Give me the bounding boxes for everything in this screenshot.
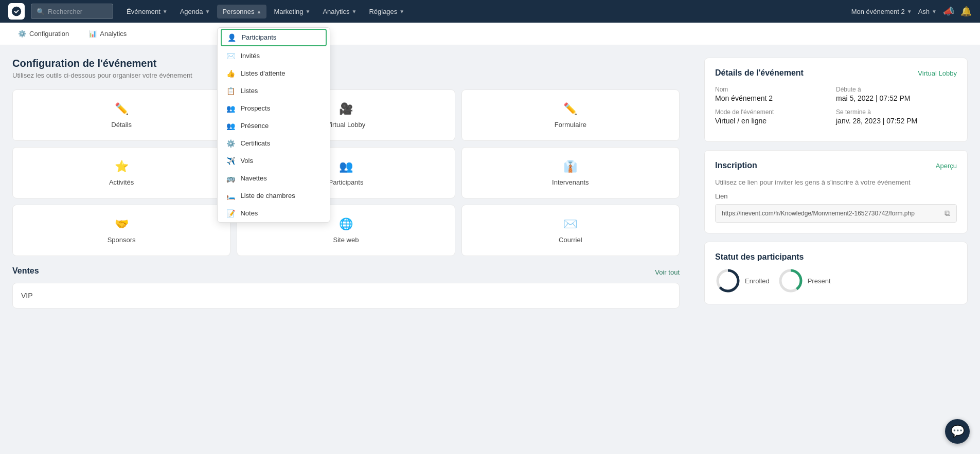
megaphone-icon[interactable]: 📣	[943, 6, 954, 17]
enrolled-chart	[715, 268, 741, 294]
config-title: Configuration de l'événement	[12, 58, 680, 69]
menu-item-liste-chambres[interactable]: 🛏️ Liste de chambres	[218, 187, 330, 205]
presence-icon: 👥	[226, 122, 235, 130]
statut-card: Statut des participants Enrolled Present	[704, 242, 968, 304]
vip-row[interactable]: VIP	[12, 283, 680, 308]
config-desc: Utilisez les outils ci-dessous pour orga…	[12, 71, 680, 79]
info-row-mode: Mode de l'événement Virtuel / en ligne S…	[715, 108, 957, 125]
menu-item-participants[interactable]: 👤 Participants	[221, 29, 327, 46]
left-panel: Configuration de l'événement Utilisez le…	[0, 45, 692, 454]
subnav-configuration[interactable]: ⚙️ Configuration	[10, 26, 77, 41]
nav-item-evenement[interactable]: Événement▼	[121, 5, 173, 19]
search-icon: 🔍	[37, 8, 45, 15]
info-col-mode: Mode de l'événement Virtuel / en ligne	[715, 108, 836, 125]
main-content: Configuration de l'événement Utilisez le…	[0, 45, 980, 454]
vols-icon: ✈️	[226, 157, 235, 165]
card-details[interactable]: ✏️ Détails	[12, 89, 230, 141]
participants-icon: 👤	[227, 33, 236, 42]
search-box[interactable]: 🔍 Rechercher	[31, 4, 113, 19]
menu-item-invites[interactable]: ✉️ Invités	[218, 47, 330, 65]
card-activites[interactable]: ⭐ Activités	[12, 147, 230, 198]
activites-icon: ⭐	[115, 160, 129, 173]
ventes-header: Ventes Voir tout	[12, 266, 680, 278]
virtual-lobby-link[interactable]: Virtual Lobby	[918, 69, 957, 77]
virtual-lobby-label: Virtual Lobby	[327, 121, 366, 129]
prospects-icon: 👥	[226, 104, 235, 113]
event-details-header: Détails de l'événement Virtual Lobby	[715, 68, 957, 78]
notification-icon[interactable]: 🔔	[960, 6, 972, 17]
listes-attente-icon: 👍	[226, 69, 235, 78]
menu-item-notes[interactable]: 📝 Notes	[218, 205, 330, 222]
inscription-card: Inscription Aperçu Utilisez ce lien pour…	[704, 150, 968, 233]
analytics-icon: 📊	[88, 30, 97, 38]
inscription-desc: Utilisez ce lien pour inviter les gens à…	[715, 178, 957, 186]
info-col-nom: Nom Mon événement 2	[715, 86, 836, 102]
menu-item-vols[interactable]: ✈️ Vols	[218, 152, 330, 170]
menu-item-certificats[interactable]: ⚙️ Certificats	[218, 135, 330, 152]
listes-icon: 📋	[226, 87, 235, 95]
statut-row: Enrolled Present	[715, 268, 957, 294]
inscription-title: Inscription	[715, 161, 757, 170]
notes-icon: 📝	[226, 209, 235, 217]
chat-bubble[interactable]: 💬	[945, 419, 970, 444]
nav-items: Événement▼ Agenda▼ Personnes▲ 👤 Particip…	[121, 5, 851, 19]
lien-url: https://inevent.com/fr/Knowledge/Monvnem…	[722, 210, 940, 217]
statut-present: Present	[778, 268, 831, 294]
menu-item-navettes[interactable]: 🚌 Navettes	[218, 170, 330, 187]
chat-icon: 💬	[951, 425, 965, 438]
virtual-lobby-icon: 🎥	[339, 102, 353, 116]
card-intervenants[interactable]: 👔 Intervenants	[461, 147, 680, 198]
card-formulaire[interactable]: ✏️ Formulaire	[461, 89, 680, 141]
menu-item-listes-attente[interactable]: 👍 Listes d'attente	[218, 65, 330, 82]
nav-item-marketing[interactable]: Marketing▼	[269, 5, 315, 19]
activites-label: Activités	[109, 178, 134, 186]
link-box: https://inevent.com/fr/Knowledge/Monvnem…	[715, 204, 957, 223]
fin-value: janv. 28, 2023 | 07:52 PM	[836, 117, 957, 125]
statut-title: Statut des participants	[715, 252, 957, 262]
liste-chambres-icon: 🛏️	[226, 192, 235, 200]
top-navigation: 🔍 Rechercher Événement▼ Agenda▼ Personne…	[0, 0, 980, 23]
debut-label: Débute à	[836, 86, 957, 93]
nav-item-agenda[interactable]: Agenda▼	[175, 5, 216, 19]
card-sponsors[interactable]: 🤝 Sponsors	[12, 205, 230, 256]
details-label: Détails	[111, 121, 132, 129]
info-row-nom: Nom Mon événement 2 Débute à mai 5, 2022…	[715, 86, 957, 102]
nav-item-analytics[interactable]: Analytics▼	[317, 5, 362, 19]
invites-icon: ✉️	[226, 52, 235, 60]
navettes-icon: 🚌	[226, 174, 235, 183]
apercu-link[interactable]: Aperçu	[936, 162, 957, 170]
sub-navigation: ⚙️ Configuration 📊 Analytics	[0, 23, 980, 45]
lien-label: Lien	[715, 192, 957, 200]
nav-item-reglages[interactable]: Réglages▼	[364, 5, 409, 19]
ventes-title: Ventes	[12, 266, 39, 276]
fin-label: Se termine à	[836, 108, 957, 116]
event-details-card: Détails de l'événement Virtual Lobby Nom…	[704, 58, 968, 142]
config-icon: ⚙️	[18, 30, 26, 38]
subnav-analytics[interactable]: 📊 Analytics	[81, 26, 134, 41]
copy-icon[interactable]: ⧉	[945, 209, 950, 218]
menu-item-prospects[interactable]: 👥 Prospects	[218, 100, 330, 117]
intervenants-icon: 👔	[563, 160, 577, 173]
info-col-debut: Débute à mai 5, 2022 | 07:52 PM	[836, 86, 957, 102]
formulaire-icon: ✏️	[563, 102, 577, 116]
voir-tout-link[interactable]: Voir tout	[655, 268, 680, 276]
inscription-header: Inscription Aperçu	[715, 161, 957, 170]
app-logo[interactable]	[8, 3, 25, 20]
statut-enrolled: Enrolled	[715, 268, 770, 294]
card-courriel[interactable]: ✉️ Courriel	[461, 205, 680, 256]
intervenants-label: Intervenants	[552, 178, 589, 186]
config-card-grid: ✏️ Détails 🎥 Virtual Lobby ✏️ Formulaire…	[12, 89, 680, 256]
details-icon: ✏️	[115, 102, 129, 116]
menu-item-listes[interactable]: 📋 Listes	[218, 82, 330, 100]
courriel-icon: ✉️	[563, 217, 577, 231]
participants-card-label: Participants	[329, 178, 364, 186]
event-selector[interactable]: Mon événement 2▼	[851, 8, 912, 15]
enrolled-label: Enrolled	[745, 277, 770, 285]
mode-label: Mode de l'événement	[715, 108, 836, 116]
site-web-icon: 🌐	[339, 217, 353, 231]
event-details-title: Détails de l'événement	[715, 68, 804, 78]
user-menu[interactable]: Ash▼	[918, 8, 937, 15]
nav-item-personnes[interactable]: Personnes▲ 👤 Participants ✉️ Invités 👍 L…	[217, 5, 266, 19]
participants-card-icon: 👥	[339, 160, 353, 173]
menu-item-presence[interactable]: 👥 Présence	[218, 117, 330, 135]
